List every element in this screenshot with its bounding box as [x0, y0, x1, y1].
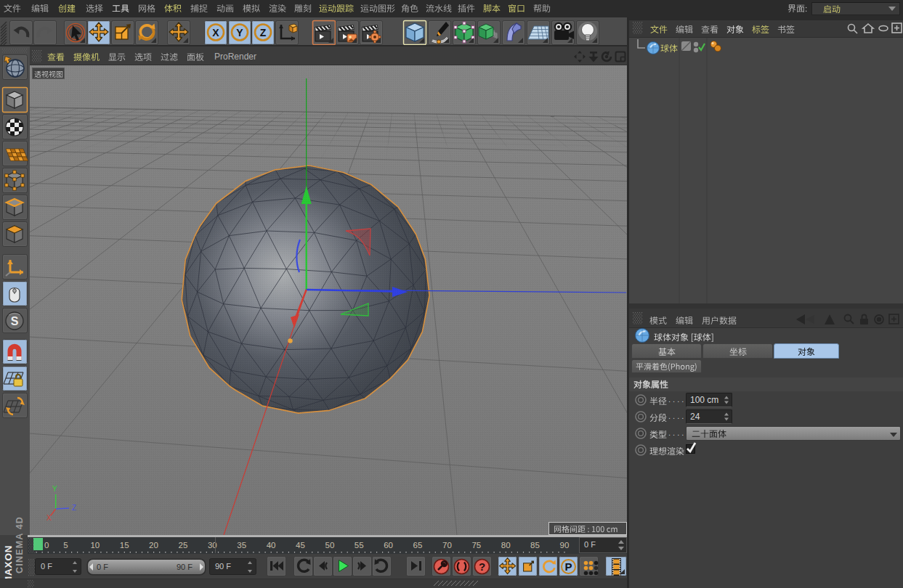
svg-text:25: 25	[179, 541, 188, 550]
svg-text:70: 70	[442, 541, 452, 550]
svg-text:60: 60	[384, 541, 393, 550]
svg-text:X: X	[212, 27, 219, 38]
svg-text:0: 0	[44, 541, 49, 550]
svg-text:15: 15	[120, 541, 129, 550]
svg-text:5: 5	[63, 541, 68, 550]
svg-text:0 F: 0 F	[41, 562, 52, 571]
svg-text:75: 75	[471, 541, 481, 550]
svg-text:Y: Y	[236, 27, 243, 38]
svg-text:65: 65	[413, 541, 423, 550]
svg-text:50: 50	[325, 541, 335, 550]
svg-text:?: ?	[479, 560, 485, 573]
svg-text:S: S	[11, 315, 19, 327]
svg-text:55: 55	[355, 541, 364, 550]
svg-text:85: 85	[530, 541, 540, 550]
svg-text:90: 90	[560, 541, 570, 550]
svg-text:20: 20	[149, 541, 158, 550]
svg-text:45: 45	[296, 541, 305, 550]
svg-text:40: 40	[267, 541, 276, 550]
svg-text:35: 35	[237, 541, 246, 550]
svg-text:0 F: 0 F	[97, 563, 108, 571]
svg-text:Z: Z	[260, 27, 267, 38]
svg-text:90 F: 90 F	[177, 563, 193, 571]
svg-text:80: 80	[501, 541, 511, 550]
svg-text:10: 10	[90, 541, 100, 550]
svg-text:P: P	[564, 560, 572, 573]
svg-text:90 F: 90 F	[215, 562, 231, 571]
